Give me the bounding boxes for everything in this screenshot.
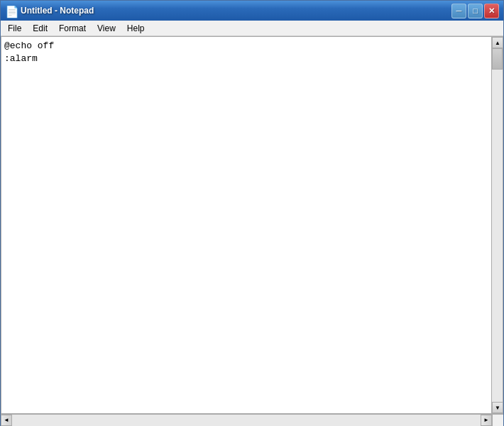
app-icon: 📄 <box>5 5 16 16</box>
maximize-button[interactable]: □ <box>468 4 483 18</box>
scroll-thumb-vertical[interactable] <box>492 48 503 70</box>
editor-container: @echo off :alarm ▲ ▼ <box>1 36 503 414</box>
scroll-track-vertical[interactable] <box>492 48 503 402</box>
text-editor[interactable]: @echo off :alarm <box>1 37 491 413</box>
close-button[interactable]: ✕ <box>484 4 499 18</box>
window-title: Untitled - Notepad <box>21 6 447 16</box>
notepad-window: 📄 Untitled - Notepad ─ □ ✕ File Edit For… <box>0 0 504 426</box>
minimize-button[interactable]: ─ <box>451 4 466 18</box>
title-bar: 📄 Untitled - Notepad ─ □ ✕ <box>1 1 503 21</box>
menu-bar: File Edit Format View Help <box>1 21 503 36</box>
vertical-scrollbar: ▲ ▼ <box>491 37 503 413</box>
menu-edit[interactable]: Edit <box>27 22 53 35</box>
scroll-track-horizontal[interactable] <box>12 415 481 426</box>
horizontal-scrollbar: ◄ ► <box>1 415 492 425</box>
menu-help[interactable]: Help <box>121 22 150 35</box>
menu-format[interactable]: Format <box>53 22 92 35</box>
scroll-left-button[interactable]: ◄ <box>1 415 12 426</box>
menu-file[interactable]: File <box>2 22 27 35</box>
scroll-corner <box>492 415 503 426</box>
horizontal-scrollbar-container: ◄ ► <box>1 414 503 425</box>
window-controls: ─ □ ✕ <box>451 4 499 18</box>
menu-view[interactable]: View <box>92 22 121 35</box>
scroll-up-button[interactable]: ▲ <box>492 37 503 48</box>
scroll-right-button[interactable]: ► <box>481 415 492 426</box>
scroll-down-button[interactable]: ▼ <box>492 402 503 413</box>
